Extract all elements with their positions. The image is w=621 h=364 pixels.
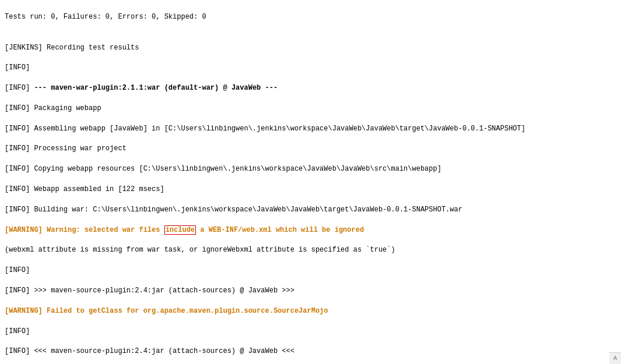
console-output: Tests run: 0, Failures: 0, Errors: 0, Sk…	[0, 0, 621, 364]
console-line-14: [INFO]	[5, 266, 616, 275]
console-line-9: [INFO] Copying webapp resources [C:\User…	[5, 164, 616, 174]
status-bar: A	[609, 352, 621, 364]
console-line-6: [INFO] Packaging webapp	[5, 104, 616, 114]
console-line-16: [WARNING] Failed to getClass for org.apa…	[5, 306, 616, 316]
console-line-7: [INFO] Assembling webapp [JavaWeb] in [C…	[5, 124, 616, 134]
include-highlight: include	[164, 225, 196, 235]
console-line-12: [WARNING] Warning: selected war files in…	[5, 225, 616, 235]
console-line-15: [INFO] >>> maven-source-plugin:2.4:jar (…	[5, 286, 616, 296]
console-line-8: [INFO] Processing war project	[5, 144, 616, 154]
console-line-17: [INFO]	[5, 327, 616, 337]
console-line-5: [INFO] --- maven-war-plugin:2.1.1:war (d…	[5, 83, 616, 93]
console-line-4: [INFO]	[5, 63, 616, 73]
status-char: A	[613, 355, 617, 362]
console-line-13: (webxml attribute is missing from war ta…	[5, 245, 616, 255]
console-line-10: [INFO] Webapp assembled in [122 msecs]	[5, 185, 616, 195]
console-line-1: Tests run: 0, Failures: 0, Errors: 0, Sk…	[5, 12, 616, 22]
console-line-18: [INFO] <<< maven-source-plugin:2.4:jar (…	[5, 347, 616, 356]
console-line-11: [INFO] Building war: C:\Users\linbingwen…	[5, 205, 616, 215]
console-line-3: [JENKINS] Recording test results	[5, 43, 616, 53]
